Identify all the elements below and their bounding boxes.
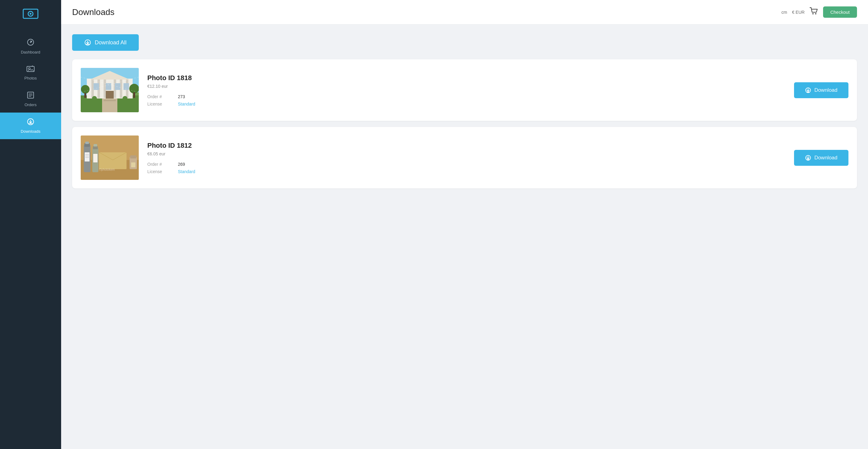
main-content: Downloads cm € EUR Checkout Download Al [61,0,868,449]
download-icon-1818 [805,87,811,93]
photo-meta-1818: Order # 273 License Standard [147,94,785,107]
svg-point-2 [30,13,31,15]
photo-id-1818: Photo ID 1818 [147,74,785,82]
photo-card-1812: ©photokem Photo ID 1812 €6.05 eur Order … [72,127,857,188]
sidebar: Dashboard Photos [0,0,61,449]
download-button-1818-label: Download [814,87,837,93]
svg-rect-38 [133,92,135,98]
currency-label: € EUR [792,10,804,15]
download-all-button[interactable]: Download All [72,34,139,51]
license-label-1818: License [147,101,178,107]
svg-rect-34 [103,100,116,101]
svg-point-13 [812,13,814,14]
photo-thumb-1818 [81,68,139,112]
svg-rect-59 [94,144,97,147]
sidebar-item-dashboard[interactable]: Dashboard [0,33,61,60]
sidebar-item-dashboard-label: Dashboard [21,50,40,55]
svg-point-4 [30,41,31,43]
svg-rect-30 [115,83,120,90]
svg-rect-52 [85,142,89,144]
dashboard-icon [27,38,34,48]
download-button-1812[interactable]: Download [794,150,848,166]
header: Downloads cm € EUR Checkout [61,0,868,25]
photos-icon [27,65,34,74]
svg-point-40 [123,96,127,101]
svg-rect-24 [103,80,106,98]
sidebar-item-downloads-label: Downloads [21,129,40,134]
photo-card-1818: Photo ID 1818 €12.10 eur Order # 273 Lic… [72,59,857,121]
sidebar-item-downloads[interactable]: Downloads [0,113,61,139]
sidebar-item-photos[interactable]: Photos [0,60,61,86]
order-label-1818: Order # [147,94,178,99]
photo-price-1812: €6.05 eur [147,151,785,156]
svg-rect-32 [106,91,114,99]
download-all-icon [84,39,91,46]
download-all-label: Download All [95,39,127,46]
downloads-icon [27,118,34,127]
photo-info-1812: Photo ID 1812 €6.05 eur Order # 269 Lice… [147,142,785,174]
svg-rect-53 [85,152,90,161]
order-label-1812: Order # [147,162,178,167]
photo-info-1818: Photo ID 1818 €12.10 eur Order # 273 Lic… [147,74,785,107]
license-value-1812[interactable]: Standard [178,169,785,174]
svg-rect-47 [99,152,127,169]
cart-icon[interactable] [810,7,818,17]
svg-rect-29 [106,83,111,90]
license-label-1812: License [147,169,178,174]
photo-price-1818: €12.10 eur [147,84,785,89]
download-icon-1812 [805,155,811,161]
download-button-1818[interactable]: Download [794,82,848,98]
photo-id-1812: Photo ID 1812 [147,142,785,150]
sidebar-nav: Dashboard Photos [0,33,61,139]
svg-rect-60 [93,154,97,162]
svg-point-39 [92,96,97,101]
photo-thumb-1812: ©photokem [81,136,139,180]
svg-point-35 [81,85,90,94]
svg-rect-63 [131,162,135,167]
checkout-button[interactable]: Checkout [823,6,857,18]
photo-thumb-1818-img [81,68,139,112]
svg-rect-22 [91,80,94,98]
unit-label: cm [781,10,787,15]
sidebar-item-photos-label: Photos [25,76,37,81]
photo-meta-1812: Order # 269 License Standard [147,162,785,174]
header-right: cm € EUR Checkout [781,6,857,18]
license-value-1818[interactable]: Standard [178,101,785,107]
sidebar-item-orders[interactable]: Orders [0,86,61,113]
order-value-1818: 273 [178,94,785,99]
sidebar-item-orders-label: Orders [25,102,37,107]
svg-text:©photokem: ©photokem [99,168,115,171]
orders-icon [27,91,34,101]
svg-rect-36 [84,93,86,98]
order-value-1812: 269 [178,162,785,167]
photo-thumb-1812-img: ©photokem [81,136,139,180]
svg-rect-62 [130,155,136,158]
logo [23,7,38,23]
download-button-1812-label: Download [814,155,837,161]
page-title: Downloads [72,7,781,17]
content-area: Download All [61,25,868,449]
svg-rect-58 [93,146,98,149]
svg-point-14 [815,13,816,14]
